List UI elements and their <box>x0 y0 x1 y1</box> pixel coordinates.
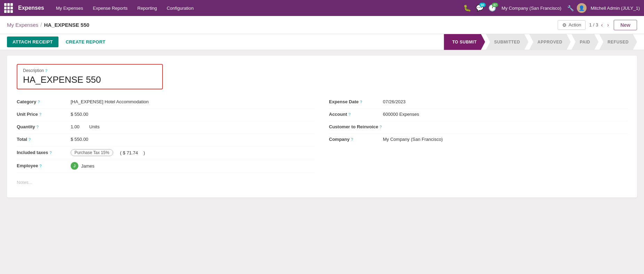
action-label: Action <box>568 22 581 27</box>
total-value: $ 550.00 <box>71 137 88 142</box>
nav-expense-reports[interactable]: Expense Reports <box>89 4 132 12</box>
field-quantity: Quantity ? 1.00 Units <box>17 121 315 134</box>
pipeline-step-submitted[interactable]: SUBMITTED <box>486 34 529 50</box>
pagination-sep: / <box>593 22 595 27</box>
field-employee: Employee ? J James <box>17 159 315 173</box>
create-report-button[interactable]: CREATE REPORT <box>60 36 111 48</box>
gear-icon: ⚙ <box>562 22 567 28</box>
pipeline-step-refused[interactable]: REFUSED <box>599 34 637 50</box>
top-navigation: Expenses My Expenses Expense Reports Rep… <box>0 0 644 16</box>
category-value: [HA_EXPENSE] Hotel Accommodation <box>71 99 149 104</box>
employee-value: J James <box>71 162 94 170</box>
field-account: Account ? 600000 Expenses <box>329 109 627 121</box>
quantity-help-icon[interactable]: ? <box>37 125 39 129</box>
settings-icon[interactable]: 🔧 <box>567 5 574 11</box>
notes-field[interactable]: Notes... <box>17 176 315 189</box>
field-company: Company ? My Company (San Francisco) <box>329 134 627 146</box>
pipeline-step-paid[interactable]: PAID <box>571 34 598 50</box>
employee-help-icon[interactable]: ? <box>39 164 41 168</box>
taxes-value: Purchase Tax 15% ( $ 71.74 ) <box>71 149 145 156</box>
activity-icon-btn[interactable]: 🕐 47 <box>488 4 496 12</box>
breadcrumb-actions: ⚙ Action 1 / 3 ‹ › New <box>558 20 637 30</box>
pagination-prev[interactable]: ‹ <box>600 21 604 29</box>
unit-price-value: $ 550.00 <box>71 112 88 117</box>
field-unit-price: Unit Price ? $ 550.00 <box>17 109 315 121</box>
breadcrumb: My Expenses / HA_EXPENSE 550 <box>7 22 89 28</box>
description-field[interactable]: Description ? HA_EXPENSE 550 <box>17 64 163 89</box>
pagination-total: 3 <box>596 22 598 27</box>
description-help-icon[interactable]: ? <box>45 68 47 73</box>
chat-icon-btn[interactable]: 💬 50 <box>476 4 484 12</box>
expense-date-value: 07/26/2023 <box>383 99 406 104</box>
company-help-icon[interactable]: ? <box>351 137 353 142</box>
app-name[interactable]: Expenses <box>18 5 44 11</box>
customer-reinvoice-help-icon[interactable]: ? <box>380 125 382 129</box>
chat-badge: 50 <box>479 3 486 7</box>
bug-icon-btn[interactable]: 🐛 <box>463 4 471 12</box>
breadcrumb-current: HA_EXPENSE 550 <box>44 22 89 28</box>
attach-receipt-button[interactable]: ATTACH RECEIPT <box>7 37 58 47</box>
employee-avatar: J <box>71 162 78 170</box>
breadcrumb-separator: / <box>40 22 42 28</box>
field-customer-reinvoice: Customer to Reinvoice ? <box>329 121 627 134</box>
form-left-column: Category ? [HA_EXPENSE] Hotel Accommodat… <box>17 96 315 189</box>
quantity-value: 1.00 Units <box>71 124 100 129</box>
company-name: My Company (San Francisco) <box>502 6 561 11</box>
category-help-icon[interactable]: ? <box>38 100 40 104</box>
toolbar: ATTACH RECEIPT CREATE REPORT TO SUBMIT S… <box>0 34 644 50</box>
field-included-taxes: Included taxes ? Purchase Tax 15% ( $ 71… <box>17 146 315 159</box>
breadcrumb-bar: My Expenses / HA_EXPENSE 550 ⚙ Action 1 … <box>0 16 644 34</box>
description-value: HA_EXPENSE 550 <box>23 74 157 85</box>
total-help-icon[interactable]: ? <box>29 137 31 142</box>
pagination-current: 1 <box>589 22 591 27</box>
field-category: Category ? [HA_EXPENSE] Hotel Accommodat… <box>17 96 315 109</box>
account-value: 600000 Expenses <box>383 112 419 117</box>
form-right-column: Expense Date ? 07/26/2023 Account ? 6000… <box>329 96 627 189</box>
pipeline-step-to-submit[interactable]: TO SUBMIT <box>444 34 485 50</box>
pipeline-step-approved[interactable]: APPROVED <box>529 34 571 50</box>
field-total: Total ? $ 550.00 <box>17 134 315 146</box>
expense-date-help-icon[interactable]: ? <box>360 100 362 104</box>
nav-icons: 🐛 💬 50 🕐 47 My Company (San Francisco) 🔧… <box>463 3 640 13</box>
action-button[interactable]: ⚙ Action <box>558 20 586 30</box>
status-pipeline: TO SUBMIT SUBMITTED APPROVED PAID REFUSE… <box>444 34 637 50</box>
pagination-next[interactable]: › <box>606 21 610 29</box>
pagination: 1 / 3 ‹ › <box>589 21 610 29</box>
account-help-icon[interactable]: ? <box>348 112 351 116</box>
field-expense-date: Expense Date ? 07/26/2023 <box>329 96 627 109</box>
taxes-help-icon[interactable]: ? <box>49 151 52 155</box>
app-grid-icon[interactable] <box>4 3 14 13</box>
form-grid: Category ? [HA_EXPENSE] Hotel Accommodat… <box>17 96 627 189</box>
main-content: Description ? HA_EXPENSE 550 Category ? … <box>0 50 644 274</box>
nav-reporting[interactable]: Reporting <box>133 4 161 12</box>
activity-badge: 47 <box>492 3 498 7</box>
form-card: Description ? HA_EXPENSE 550 Category ? … <box>7 56 637 198</box>
description-label: Description ? <box>23 68 157 73</box>
nav-configuration[interactable]: Configuration <box>163 4 198 12</box>
nav-my-expenses[interactable]: My Expenses <box>52 4 87 12</box>
tax-badge[interactable]: Purchase Tax 15% <box>71 149 113 156</box>
breadcrumb-parent[interactable]: My Expenses <box>7 22 38 28</box>
unit-price-help-icon[interactable]: ? <box>39 112 41 116</box>
user-avatar[interactable]: 👤 <box>577 3 587 13</box>
user-name: Mitchell Admin (JULY_1) <box>591 6 640 11</box>
new-button[interactable]: New <box>614 20 637 30</box>
company-value: My Company (San Francisco) <box>383 137 443 142</box>
